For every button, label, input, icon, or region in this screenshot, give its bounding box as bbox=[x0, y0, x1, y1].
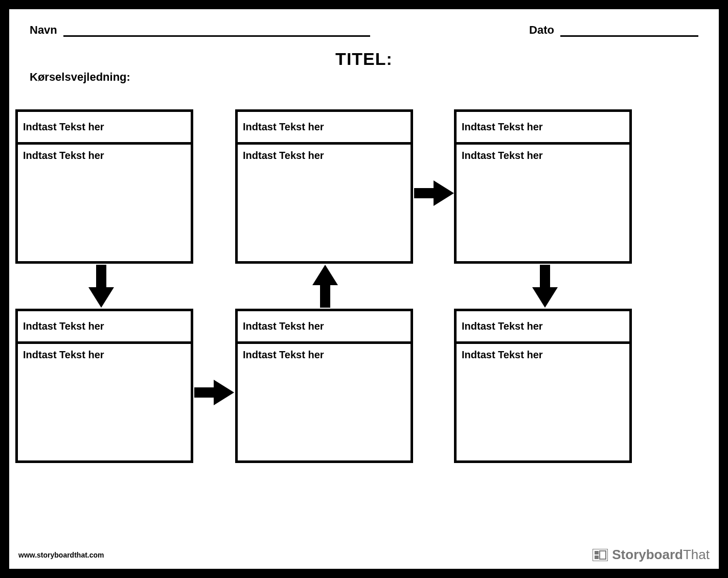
arrow-down-icon bbox=[86, 265, 117, 308]
cell-head[interactable]: Indtast Tekst her bbox=[18, 311, 191, 344]
arrow-up-icon bbox=[310, 265, 340, 308]
svg-rect-3 bbox=[600, 551, 606, 559]
site-url: www.storyboardthat.com bbox=[18, 551, 104, 559]
flow-cell-3[interactable]: Indtast Tekst her Indtast Tekst her bbox=[454, 109, 632, 264]
cell-head[interactable]: Indtast Tekst her bbox=[18, 112, 191, 145]
cell-head[interactable]: Indtast Tekst her bbox=[457, 112, 629, 145]
cell-body[interactable]: Indtast Tekst her bbox=[238, 344, 411, 366]
cell-body[interactable]: Indtast Tekst her bbox=[457, 145, 629, 167]
cell-body[interactable]: Indtast Tekst her bbox=[18, 344, 191, 366]
cell-head[interactable]: Indtast Tekst her bbox=[238, 311, 411, 344]
cell-head[interactable]: Indtast Tekst her bbox=[238, 112, 411, 145]
brand-logo: StoryboardThat bbox=[593, 547, 710, 563]
brand-text-a: Storyboard bbox=[612, 547, 683, 562]
cell-body[interactable]: Indtast Tekst her bbox=[457, 344, 629, 366]
svg-rect-2 bbox=[595, 556, 599, 559]
flow-cell-6[interactable]: Indtast Tekst her Indtast Tekst her bbox=[454, 309, 632, 463]
cell-head[interactable]: Indtast Tekst her bbox=[457, 311, 629, 344]
flow-cell-2[interactable]: Indtast Tekst her Indtast Tekst her bbox=[235, 109, 413, 264]
flow-cell-1[interactable]: Indtast Tekst her Indtast Tekst her bbox=[15, 109, 193, 264]
arrow-right-icon bbox=[194, 377, 234, 408]
cell-body[interactable]: Indtast Tekst her bbox=[238, 145, 411, 167]
brand-text-b: That bbox=[683, 547, 710, 562]
worksheet-page: Navn Dato TITEL: Kørselsvejledning: Indt… bbox=[9, 9, 719, 569]
flow-canvas: Indtast Tekst her Indtast Tekst her Indt… bbox=[9, 9, 719, 569]
footer: www.storyboardthat.com StoryboardThat bbox=[18, 547, 710, 563]
storyboard-icon bbox=[593, 549, 608, 561]
cell-body[interactable]: Indtast Tekst her bbox=[18, 145, 191, 167]
arrow-down-icon bbox=[530, 265, 560, 308]
flow-cell-4[interactable]: Indtast Tekst her Indtast Tekst her bbox=[15, 309, 193, 463]
arrow-right-icon bbox=[414, 178, 454, 209]
svg-rect-1 bbox=[595, 551, 599, 554]
flow-cell-5[interactable]: Indtast Tekst her Indtast Tekst her bbox=[235, 309, 413, 463]
